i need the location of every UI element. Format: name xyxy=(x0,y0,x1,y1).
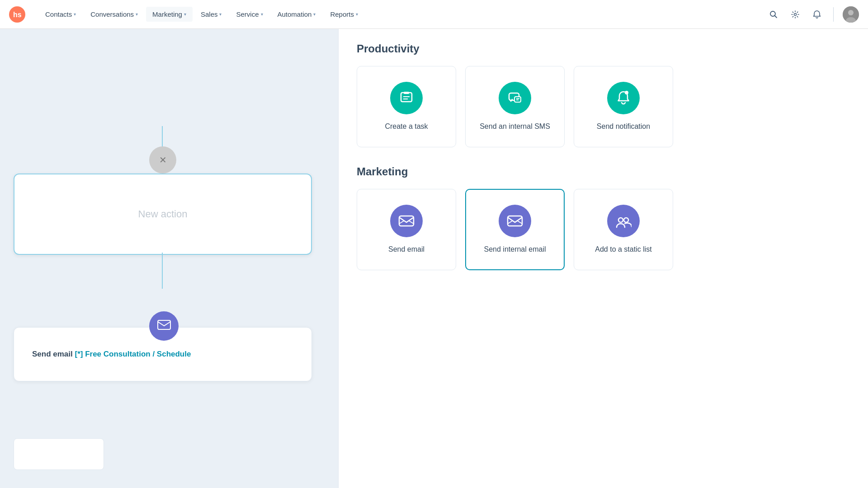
chevron-down-icon: ▾ xyxy=(356,12,358,17)
send-sms-label: Send an internal SMS xyxy=(480,122,550,131)
svg-point-17 xyxy=(625,91,628,94)
svg-line-23 xyxy=(518,221,522,224)
email-node-circle xyxy=(149,311,179,341)
chevron-down-icon: ▾ xyxy=(136,12,138,17)
close-node-button[interactable]: ✕ xyxy=(149,146,176,174)
send-internal-sms-card[interactable]: Send an internal SMS xyxy=(465,66,565,147)
workflow-canvas: ✕ New action Send email xyxy=(0,29,338,488)
send-email-card[interactable]: Send email xyxy=(357,189,456,270)
svg-rect-8 xyxy=(158,320,170,329)
navbar: hs Contacts ▾ Conversations ▾ Marketing … xyxy=(0,0,868,29)
nav-item-marketing[interactable]: Marketing ▾ xyxy=(146,7,193,22)
notification-icon xyxy=(607,82,640,114)
nav-item-conversations[interactable]: Conversations ▾ xyxy=(84,7,144,22)
svg-point-24 xyxy=(618,218,623,222)
search-button[interactable] xyxy=(766,7,781,22)
nav-item-automation[interactable]: Automation ▾ xyxy=(271,7,322,22)
chevron-down-icon: ▾ xyxy=(74,12,76,17)
send-internal-email-icon xyxy=(499,205,531,237)
send-email-icon xyxy=(390,205,423,237)
svg-rect-21 xyxy=(508,216,522,226)
nav-items: Contacts ▾ Conversations ▾ Marketing ▾ S… xyxy=(39,7,766,22)
svg-rect-10 xyxy=(404,92,409,94)
connector-line-bottom xyxy=(162,253,163,289)
chevron-down-icon: ▾ xyxy=(219,12,222,17)
chevron-down-icon: ▾ xyxy=(313,12,316,17)
create-task-card[interactable]: Create a task xyxy=(357,66,456,147)
send-email-label: Send email xyxy=(32,350,73,358)
send-internal-email-label: Send internal email xyxy=(484,244,546,254)
new-action-card[interactable]: New action xyxy=(14,174,312,255)
svg-rect-14 xyxy=(514,97,521,102)
settings-button[interactable] xyxy=(788,7,802,22)
workflow-area: ✕ New action Send email xyxy=(0,29,338,488)
envelope-icon xyxy=(157,320,171,333)
chevron-down-icon: ▾ xyxy=(184,12,186,17)
notifications-button[interactable] xyxy=(810,7,824,22)
add-to-static-list-label: Add to a static list xyxy=(595,244,651,254)
svg-line-20 xyxy=(409,221,414,224)
send-notification-label: Send notification xyxy=(597,122,650,131)
svg-text:hs: hs xyxy=(13,11,22,19)
email-card-text: Send email [*] Free Consultation / Sched… xyxy=(32,348,191,360)
send-sms-icon xyxy=(499,82,531,114)
chevron-down-icon: ▾ xyxy=(261,12,263,17)
close-icon: ✕ xyxy=(159,155,167,165)
hubspot-logo[interactable]: hs xyxy=(9,6,25,23)
send-email-label: Send email xyxy=(388,244,425,254)
svg-line-19 xyxy=(399,221,404,224)
svg-line-22 xyxy=(508,221,512,224)
main-content: ✕ New action Send email xyxy=(0,29,868,488)
svg-point-25 xyxy=(624,218,628,222)
create-task-label: Create a task xyxy=(385,122,428,131)
send-internal-email-card[interactable]: Send internal email xyxy=(465,189,565,270)
marketing-cards-grid: Send email Send internal email xyxy=(357,189,850,270)
marketing-section-title: Marketing xyxy=(357,165,850,178)
svg-point-6 xyxy=(848,10,854,15)
productivity-section-title: Productivity xyxy=(357,42,850,55)
nav-item-contacts[interactable]: Contacts ▾ xyxy=(39,7,82,22)
bottom-placeholder-card xyxy=(14,438,104,470)
nav-item-reports[interactable]: Reports ▾ xyxy=(324,7,364,22)
svg-point-4 xyxy=(794,13,797,15)
nav-right xyxy=(766,6,859,23)
nav-item-service[interactable]: Service ▾ xyxy=(230,7,269,22)
user-avatar[interactable] xyxy=(843,6,859,23)
email-template-link[interactable]: [*] Free Consultation / Schedule xyxy=(75,350,191,358)
new-action-placeholder: New action xyxy=(138,208,188,220)
svg-line-3 xyxy=(775,15,777,18)
send-notification-card[interactable]: Send notification xyxy=(574,66,673,147)
add-to-static-list-card[interactable]: Add to a static list xyxy=(574,189,673,270)
nav-item-sales[interactable]: Sales ▾ xyxy=(194,7,228,22)
action-picker-panel: Productivity Create a task xyxy=(338,29,868,488)
static-list-icon xyxy=(607,205,640,237)
svg-rect-18 xyxy=(399,216,414,226)
connector-line-top xyxy=(162,126,163,149)
productivity-cards-grid: Create a task Send an internal SMS xyxy=(357,66,850,147)
create-task-icon xyxy=(390,82,423,114)
nav-divider xyxy=(833,7,834,22)
